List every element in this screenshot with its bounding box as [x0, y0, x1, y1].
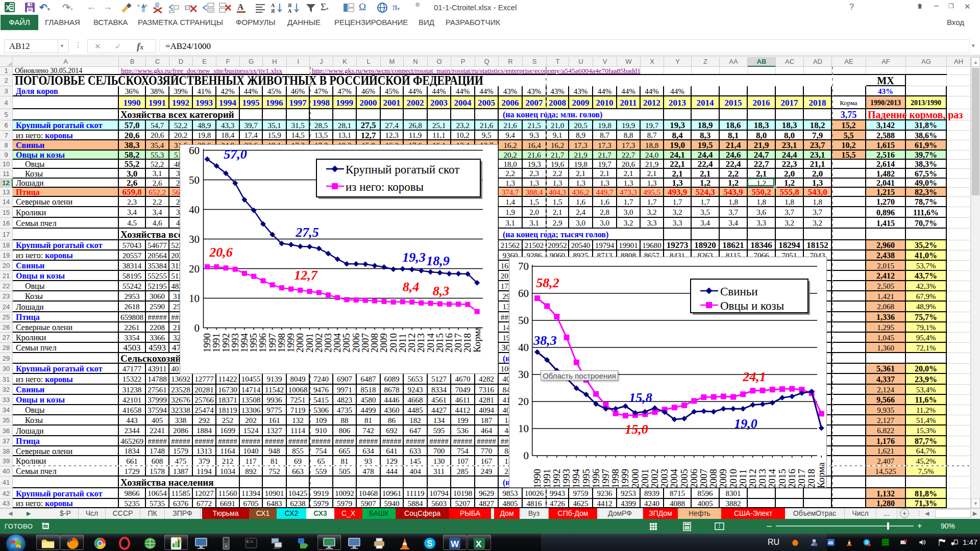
- svg-text:из него: коровы: из него: коровы: [346, 181, 424, 193]
- svg-text:20: 20: [518, 395, 529, 408]
- svg-text:2003: 2003: [659, 469, 670, 488]
- svg-text:2008: 2008: [708, 469, 719, 488]
- svg-text:2010: 2010: [728, 469, 739, 488]
- svg-text:0: 0: [524, 449, 529, 462]
- svg-text:2009: 2009: [718, 469, 728, 488]
- svg-text:40: 40: [518, 341, 529, 354]
- svg-text:19,3: 19,3: [402, 250, 426, 265]
- svg-text:1990: 1990: [532, 469, 543, 488]
- svg-text:15,8: 15,8: [629, 390, 652, 405]
- svg-text:20,6: 20,6: [209, 245, 233, 260]
- svg-text:12,7: 12,7: [294, 268, 318, 283]
- svg-text:2004: 2004: [669, 469, 679, 489]
- svg-text:70: 70: [518, 260, 529, 272]
- svg-text:2001: 2001: [640, 469, 650, 488]
- svg-text:Я: Я: [271, 8, 275, 14]
- svg-text:60: 60: [518, 287, 529, 299]
- svg-text:2015: 2015: [777, 469, 788, 488]
- svg-text:Овцы и козы: Овцы и козы: [720, 299, 784, 312]
- svg-text:27,5: 27,5: [295, 225, 319, 240]
- svg-text:1999: 1999: [620, 469, 630, 488]
- svg-text:1993: 1993: [561, 469, 572, 488]
- svg-text:2000: 2000: [630, 469, 641, 488]
- svg-text:2013: 2013: [757, 469, 768, 488]
- svg-text:15,0: 15,0: [625, 422, 648, 437]
- svg-text:60: 60: [189, 145, 200, 157]
- svg-text:1995: 1995: [581, 469, 592, 488]
- svg-text:10: 10: [518, 422, 529, 435]
- svg-text:8,3: 8,3: [433, 284, 450, 298]
- svg-text:1994: 1994: [571, 469, 581, 489]
- svg-text:19,0: 19,0: [734, 416, 757, 431]
- svg-text:0: 0: [194, 322, 200, 334]
- svg-text:2006: 2006: [689, 469, 699, 488]
- svg-text:2007: 2007: [698, 469, 709, 488]
- svg-text:Свиньи: Свиньи: [720, 285, 758, 298]
- svg-text:1997: 1997: [600, 469, 611, 488]
- svg-text:1991: 1991: [542, 469, 552, 488]
- svg-text:40: 40: [189, 204, 200, 216]
- svg-text:X: X: [476, 539, 482, 549]
- svg-text:A: A: [237, 2, 244, 12]
- svg-text:8,4: 8,4: [403, 280, 420, 294]
- svg-text:2016: 2016: [787, 469, 797, 488]
- svg-text:24,1: 24,1: [742, 369, 766, 384]
- svg-text:18,9: 18,9: [426, 254, 450, 268]
- svg-text:Крупный рогатый скот: Крупный рогатый скот: [346, 163, 459, 176]
- svg-text:20: 20: [189, 263, 200, 275]
- svg-text:2011: 2011: [738, 469, 748, 488]
- svg-text:А: А: [288, 8, 292, 14]
- svg-text:2018: 2018: [806, 469, 817, 488]
- svg-text:u: u: [145, 3, 148, 8]
- svg-text:W: W: [451, 539, 459, 549]
- svg-text:u: u: [137, 3, 140, 8]
- svg-text:1996: 1996: [591, 469, 601, 488]
- svg-text:10: 10: [189, 292, 200, 305]
- svg-text:57,0: 57,0: [224, 147, 247, 162]
- svg-text:1998: 1998: [610, 469, 621, 488]
- svg-text:38,3: 38,3: [533, 333, 557, 348]
- svg-text:1992: 1992: [551, 469, 562, 488]
- svg-text:2014: 2014: [767, 469, 777, 489]
- svg-text:50: 50: [518, 314, 529, 327]
- svg-text:2012: 2012: [747, 469, 758, 488]
- svg-text:50: 50: [189, 174, 200, 186]
- svg-text:49: 49: [828, 540, 833, 545]
- svg-text:C:\: C:\: [247, 540, 253, 544]
- svg-text:30: 30: [189, 233, 200, 245]
- svg-text:2017: 2017: [796, 469, 807, 488]
- svg-text:S: S: [427, 539, 433, 548]
- svg-text:X: X: [6, 4, 11, 12]
- svg-text:Корма: Корма: [472, 327, 482, 353]
- svg-text:58,2: 58,2: [536, 276, 559, 290]
- svg-text:А: А: [271, 3, 275, 8]
- svg-text:Корма: Корма: [816, 462, 826, 488]
- svg-text:30: 30: [518, 368, 529, 381]
- svg-text:Я: Я: [288, 3, 292, 8]
- svg-text:2005: 2005: [679, 469, 690, 488]
- svg-text:2002: 2002: [649, 469, 660, 488]
